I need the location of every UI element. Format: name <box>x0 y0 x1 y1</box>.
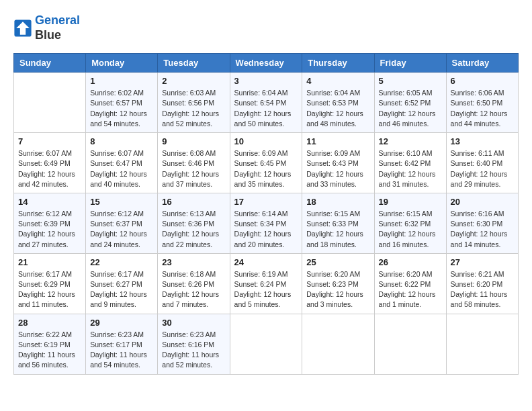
calendar-cell: 16Sunrise: 6:13 AM Sunset: 6:36 PM Dayli… <box>158 193 230 253</box>
calendar-cell: 12Sunrise: 6:10 AM Sunset: 6:42 PM Dayli… <box>374 133 446 193</box>
calendar-cell: 21Sunrise: 6:17 AM Sunset: 6:29 PM Dayli… <box>14 253 86 314</box>
calendar-cell: 11Sunrise: 6:09 AM Sunset: 6:43 PM Dayli… <box>302 133 374 193</box>
day-info: Sunrise: 6:19 AM Sunset: 6:24 PM Dayligh… <box>234 269 298 310</box>
page-header: General Blue <box>13 13 519 42</box>
day-info: Sunrise: 6:18 AM Sunset: 6:26 PM Dayligh… <box>162 269 225 310</box>
day-number: 18 <box>306 197 369 207</box>
day-number: 21 <box>18 257 81 267</box>
day-of-week-header: Friday <box>374 54 446 73</box>
calendar-cell: 30Sunrise: 6:23 AM Sunset: 6:16 PM Dayli… <box>158 314 230 374</box>
day-number: 4 <box>306 76 369 86</box>
day-info: Sunrise: 6:03 AM Sunset: 6:56 PM Dayligh… <box>162 88 225 129</box>
calendar-cell: 9Sunrise: 6:08 AM Sunset: 6:46 PM Daylig… <box>158 133 230 193</box>
day-number: 28 <box>18 318 81 328</box>
calendar-cell: 4Sunrise: 6:04 AM Sunset: 6:53 PM Daylig… <box>302 73 374 133</box>
day-info: Sunrise: 6:15 AM Sunset: 6:32 PM Dayligh… <box>379 209 442 250</box>
logo: General Blue <box>13 13 80 42</box>
calendar-cell: 29Sunrise: 6:23 AM Sunset: 6:17 PM Dayli… <box>86 314 158 374</box>
day-info: Sunrise: 6:13 AM Sunset: 6:36 PM Dayligh… <box>162 209 225 250</box>
day-number: 24 <box>234 257 298 267</box>
day-of-week-header: Saturday <box>446 54 518 73</box>
calendar-cell: 22Sunrise: 6:17 AM Sunset: 6:27 PM Dayli… <box>86 253 158 314</box>
day-number: 9 <box>162 136 225 146</box>
day-info: Sunrise: 6:09 AM Sunset: 6:45 PM Dayligh… <box>234 148 298 189</box>
calendar-cell: 24Sunrise: 6:19 AM Sunset: 6:24 PM Dayli… <box>230 253 302 314</box>
day-info: Sunrise: 6:12 AM Sunset: 6:37 PM Dayligh… <box>90 209 153 250</box>
day-info: Sunrise: 6:08 AM Sunset: 6:46 PM Dayligh… <box>162 148 225 189</box>
day-info: Sunrise: 6:11 AM Sunset: 6:40 PM Dayligh… <box>451 148 514 189</box>
day-number: 8 <box>90 136 153 146</box>
calendar-body: 1Sunrise: 6:02 AM Sunset: 6:57 PM Daylig… <box>14 73 519 374</box>
calendar-cell: 19Sunrise: 6:15 AM Sunset: 6:32 PM Dayli… <box>374 193 446 253</box>
day-of-week-header: Monday <box>86 54 158 73</box>
day-number: 25 <box>306 257 369 267</box>
day-info: Sunrise: 6:15 AM Sunset: 6:33 PM Dayligh… <box>306 209 369 250</box>
day-info: Sunrise: 6:04 AM Sunset: 6:54 PM Dayligh… <box>234 88 298 129</box>
day-number: 16 <box>162 197 225 207</box>
day-number: 1 <box>90 76 153 86</box>
day-number: 30 <box>162 318 225 328</box>
day-info: Sunrise: 6:04 AM Sunset: 6:53 PM Dayligh… <box>306 88 369 129</box>
calendar-cell <box>374 314 446 374</box>
day-number: 13 <box>451 136 514 146</box>
calendar-cell: 18Sunrise: 6:15 AM Sunset: 6:33 PM Dayli… <box>302 193 374 253</box>
calendar-cell <box>14 73 86 133</box>
day-number: 17 <box>234 197 298 207</box>
calendar-cell: 1Sunrise: 6:02 AM Sunset: 6:57 PM Daylig… <box>86 73 158 133</box>
day-info: Sunrise: 6:21 AM Sunset: 6:20 PM Dayligh… <box>451 269 514 310</box>
day-info: Sunrise: 6:20 AM Sunset: 6:23 PM Dayligh… <box>306 269 369 310</box>
calendar-table: SundayMondayTuesdayWednesdayThursdayFrid… <box>13 53 519 374</box>
day-of-week-header: Tuesday <box>158 54 230 73</box>
calendar-week-row: 28Sunrise: 6:22 AM Sunset: 6:19 PM Dayli… <box>14 314 519 374</box>
day-info: Sunrise: 6:20 AM Sunset: 6:22 PM Dayligh… <box>379 269 442 310</box>
calendar-cell: 6Sunrise: 6:06 AM Sunset: 6:50 PM Daylig… <box>446 73 518 133</box>
calendar-week-row: 1Sunrise: 6:02 AM Sunset: 6:57 PM Daylig… <box>14 73 519 133</box>
calendar-cell: 5Sunrise: 6:05 AM Sunset: 6:52 PM Daylig… <box>374 73 446 133</box>
calendar-cell: 23Sunrise: 6:18 AM Sunset: 6:26 PM Dayli… <box>158 253 230 314</box>
day-number: 20 <box>451 197 514 207</box>
calendar-cell: 7Sunrise: 6:07 AM Sunset: 6:49 PM Daylig… <box>14 133 86 193</box>
day-number: 7 <box>18 136 81 146</box>
day-number: 2 <box>162 76 225 86</box>
day-number: 14 <box>18 197 81 207</box>
day-number: 23 <box>162 257 225 267</box>
calendar-cell: 26Sunrise: 6:20 AM Sunset: 6:22 PM Dayli… <box>374 253 446 314</box>
day-number: 19 <box>379 197 442 207</box>
day-info: Sunrise: 6:02 AM Sunset: 6:57 PM Dayligh… <box>90 88 153 129</box>
day-info: Sunrise: 6:06 AM Sunset: 6:50 PM Dayligh… <box>451 88 514 129</box>
calendar-cell <box>446 314 518 374</box>
logo-text: General Blue <box>35 13 80 42</box>
day-info: Sunrise: 6:07 AM Sunset: 6:49 PM Dayligh… <box>18 148 81 189</box>
day-info: Sunrise: 6:16 AM Sunset: 6:30 PM Dayligh… <box>451 209 514 250</box>
calendar-cell: 10Sunrise: 6:09 AM Sunset: 6:45 PM Dayli… <box>230 133 302 193</box>
day-number: 15 <box>90 197 153 207</box>
day-info: Sunrise: 6:12 AM Sunset: 6:39 PM Dayligh… <box>18 209 81 250</box>
day-number: 26 <box>379 257 442 267</box>
calendar-cell: 14Sunrise: 6:12 AM Sunset: 6:39 PM Dayli… <box>14 193 86 253</box>
day-number: 3 <box>234 76 298 86</box>
calendar-cell: 3Sunrise: 6:04 AM Sunset: 6:54 PM Daylig… <box>230 73 302 133</box>
calendar-cell: 2Sunrise: 6:03 AM Sunset: 6:56 PM Daylig… <box>158 73 230 133</box>
day-number: 6 <box>451 76 514 86</box>
day-info: Sunrise: 6:23 AM Sunset: 6:16 PM Dayligh… <box>162 330 225 371</box>
day-info: Sunrise: 6:10 AM Sunset: 6:42 PM Dayligh… <box>379 148 442 189</box>
calendar-cell: 17Sunrise: 6:14 AM Sunset: 6:34 PM Dayli… <box>230 193 302 253</box>
calendar-cell: 20Sunrise: 6:16 AM Sunset: 6:30 PM Dayli… <box>446 193 518 253</box>
calendar-cell <box>230 314 302 374</box>
day-number: 12 <box>379 136 442 146</box>
day-info: Sunrise: 6:17 AM Sunset: 6:27 PM Dayligh… <box>90 269 153 310</box>
day-number: 5 <box>379 76 442 86</box>
day-info: Sunrise: 6:05 AM Sunset: 6:52 PM Dayligh… <box>379 88 442 129</box>
calendar-week-row: 21Sunrise: 6:17 AM Sunset: 6:29 PM Dayli… <box>14 253 519 314</box>
day-info: Sunrise: 6:17 AM Sunset: 6:29 PM Dayligh… <box>18 269 81 310</box>
day-info: Sunrise: 6:14 AM Sunset: 6:34 PM Dayligh… <box>234 209 298 250</box>
day-number: 11 <box>306 136 369 146</box>
calendar-cell: 28Sunrise: 6:22 AM Sunset: 6:19 PM Dayli… <box>14 314 86 374</box>
day-of-week-header: Thursday <box>302 54 374 73</box>
day-info: Sunrise: 6:09 AM Sunset: 6:43 PM Dayligh… <box>306 148 369 189</box>
day-number: 29 <box>90 318 153 328</box>
day-info: Sunrise: 6:22 AM Sunset: 6:19 PM Dayligh… <box>18 330 81 371</box>
calendar-cell: 15Sunrise: 6:12 AM Sunset: 6:37 PM Dayli… <box>86 193 158 253</box>
calendar-header: SundayMondayTuesdayWednesdayThursdayFrid… <box>14 54 519 73</box>
calendar-cell <box>302 314 374 374</box>
